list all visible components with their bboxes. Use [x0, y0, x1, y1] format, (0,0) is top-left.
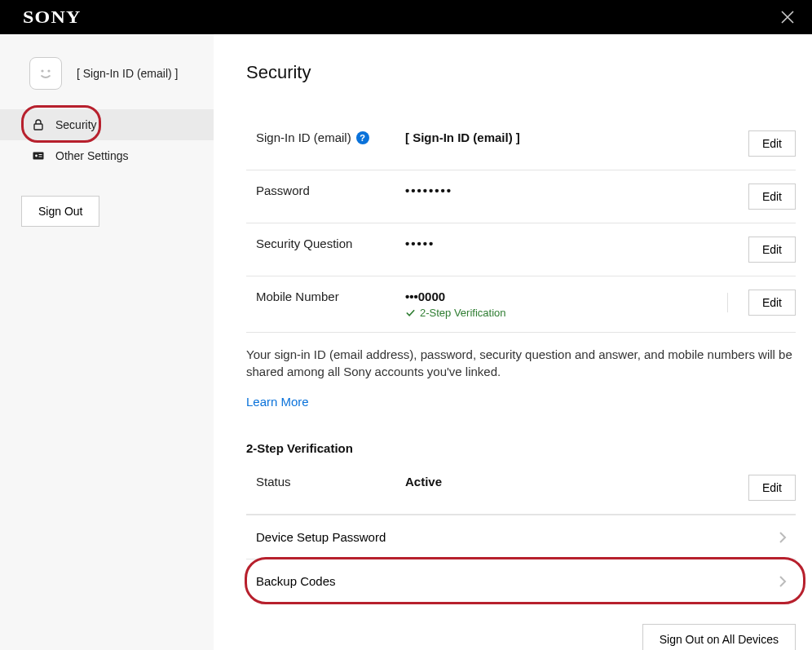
sign-out-all-devices-button[interactable]: Sign Out on All Devices: [642, 624, 796, 650]
edit-password-button[interactable]: Edit: [748, 184, 796, 210]
sidebar-item-label: Other Settings: [55, 149, 129, 162]
svg-point-0: [41, 69, 43, 72]
lock-icon: [31, 117, 46, 132]
info-text: Your sign-in ID (email address), passwor…: [246, 333, 796, 388]
row-password: Password •••••••• Edit: [246, 170, 796, 223]
help-icon[interactable]: ?: [356, 131, 369, 144]
sidebar-item-security[interactable]: Security: [0, 109, 214, 140]
main-content: Security Sign-In ID (email) ? [ Sign-In …: [214, 34, 812, 650]
row-security-question: Security Question ••••• Edit: [246, 223, 796, 276]
learn-more-link[interactable]: Learn More: [246, 395, 309, 409]
password-label: Password: [246, 184, 405, 197]
status-label: Status: [246, 475, 405, 489]
svg-point-1: [47, 69, 50, 72]
sidebar: [ Sign-In ID (email) ] Security Other Se…: [0, 34, 214, 650]
profile-block: [ Sign-In ID (email) ]: [0, 49, 214, 109]
secq-label: Security Question: [246, 237, 405, 250]
mobile-value: •••0000: [405, 290, 739, 303]
chevron-right-icon: [778, 575, 788, 588]
signin-id-value: [ Sign-In ID (email) ]: [405, 130, 739, 144]
main-container: [ Sign-In ID (email) ] Security Other Se…: [0, 34, 812, 650]
profile-signin-label: [ Sign-In ID (email) ]: [77, 67, 178, 80]
chevron-right-icon: [778, 531, 788, 544]
row-mobile-number: Mobile Number •••0000 2-Step Verificatio…: [246, 276, 796, 333]
secq-value: •••••: [405, 237, 739, 250]
page-title: Security: [246, 62, 796, 83]
edit-status-button[interactable]: Edit: [748, 475, 796, 501]
backup-codes-highlight: Backup Codes: [246, 559, 796, 603]
row-signin-id: Sign-In ID (email) ? [ Sign-In ID (email…: [246, 117, 796, 170]
svg-rect-3: [33, 153, 44, 160]
signin-id-label: Sign-In ID (email) ?: [246, 130, 405, 144]
mobile-value-block: •••0000 2-Step Verification: [405, 290, 739, 319]
check-icon: [405, 307, 416, 318]
sidebar-item-other-settings[interactable]: Other Settings: [0, 140, 214, 171]
sign-out-button[interactable]: Sign Out: [21, 196, 99, 227]
footer-actions: Sign Out on All Devices: [246, 603, 796, 650]
edit-secq-button[interactable]: Edit: [748, 237, 796, 263]
header-bar: SONY: [0, 0, 812, 34]
edit-mobile-button[interactable]: Edit: [748, 290, 796, 316]
sidebar-item-label: Security: [55, 118, 97, 131]
close-icon[interactable]: [779, 9, 796, 25]
backup-codes-row[interactable]: Backup Codes: [246, 559, 796, 603]
sidebar-nav: Security Other Settings: [0, 109, 214, 171]
svg-rect-2: [34, 124, 42, 130]
svg-point-4: [35, 155, 38, 157]
two-step-verified-badge: 2-Step Verification: [405, 307, 739, 319]
device-setup-label: Device Setup Password: [256, 530, 386, 544]
id-card-icon: [31, 148, 46, 163]
sony-logo: SONY: [23, 8, 81, 27]
svg-rect-6: [39, 157, 42, 157]
signout-wrap: Sign Out: [0, 171, 214, 227]
row-2step-status: Status Active Edit: [246, 462, 796, 515]
mobile-label: Mobile Number: [246, 290, 405, 303]
password-value: ••••••••: [405, 184, 739, 197]
svg-rect-5: [39, 154, 42, 155]
edit-signin-id-button[interactable]: Edit: [748, 130, 796, 157]
avatar: [29, 57, 62, 90]
status-value: Active: [405, 475, 739, 489]
device-setup-password-row[interactable]: Device Setup Password: [246, 515, 796, 559]
backup-codes-label: Backup Codes: [256, 574, 336, 588]
two-step-header: 2-Step Verification: [246, 441, 796, 455]
